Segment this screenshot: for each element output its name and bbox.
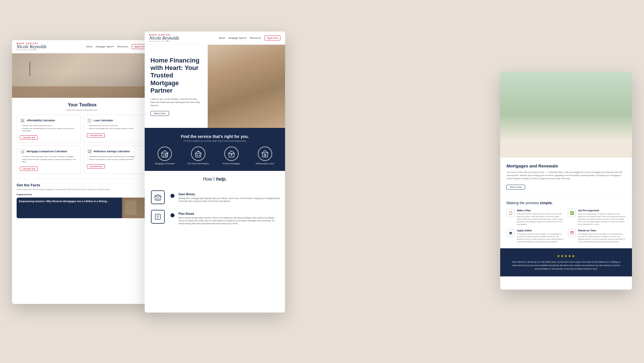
loan-calculator-card: 📋 Loan Calculator Determine how much you… (84, 115, 148, 143)
featured-post: Empowering Seniors: Why Reverse Mortgage… (17, 198, 148, 218)
calc-btn-4[interactable]: Calculate Now (87, 164, 105, 169)
desk-surface-decoration (12, 86, 152, 98)
service-first-time-label: First Time Home Buyers (187, 163, 209, 165)
process-renew-time: ⏰ Renew on Time A mortgage renewal can b… (568, 229, 626, 243)
center-hero-text: Home Financing with Heart: Your Trusted … (145, 45, 208, 128)
center-book-chat-button[interactable]: Book a Chat (150, 111, 169, 116)
logo-sub: MORTGAGE BROKER (17, 49, 38, 51)
calc-header-4: 🔄 Refinance Savings Calculator (87, 149, 145, 154)
timeline-item-save: Save Money Working with a mortgage agent… (149, 188, 280, 207)
right-card: Mortgages and Renewals Your home is more… (500, 72, 632, 290)
mortgages-text: Your home is more than just a place to l… (506, 171, 626, 180)
calc-bullet-4-2: Explore opportunities to save money on i… (87, 159, 145, 161)
calc-icon-2: 📋 (87, 118, 92, 123)
process-icon-renew: ⏰ (568, 229, 576, 237)
center-logo-script: Nicole Reynolds (149, 36, 179, 40)
testimonial-section: ★★★★★ "Was referred to Nicole by our rea… (500, 248, 632, 276)
center-nav-mortgage-types[interactable]: Mortgage Types (228, 37, 246, 39)
timeline-icon-wrap-1 (149, 190, 166, 204)
timeline-text-title-1: Save Money (178, 193, 280, 196)
svg-point-5 (197, 155, 198, 156)
calc-bullet-1-2: Estimate your principal balance and trac… (20, 128, 78, 132)
service-mortgages-label: Mortgages & Renewal (155, 163, 175, 165)
process-title-strong: simple. (540, 201, 553, 205)
calc-title-1: Affordability Calculator (27, 119, 55, 122)
center-nav-resources[interactable]: Resources (250, 37, 261, 39)
toolbox-section: Your Toolbox Start with these essential … (12, 98, 152, 179)
timeline-dot-2 (170, 213, 174, 217)
toolbox-subtitle: Start with these essential tools. (17, 109, 148, 111)
timeline-icon-1 (151, 190, 165, 204)
service-mortgages[interactable]: Mortgages & Renewal (149, 147, 180, 165)
calc-bullet-4-1: Calculate the potential savings of refin… (87, 156, 145, 158)
process-apply-online: 💻 Apply Online A mortgage renewal can be… (506, 229, 564, 243)
center-nav-about[interactable]: About (219, 37, 225, 39)
featured-post-title: Empowering Seniors: Why Reverse Mortgage… (19, 200, 120, 203)
calc-btn-3[interactable]: Calculate Now (20, 167, 38, 171)
affordability-calculator-card: 🏠 Affordability Calculator Estimate your… (17, 115, 81, 143)
left-navbar: ROCK CAPITAL Nicole Reynolds MORTGAGE BR… (12, 40, 152, 53)
center-hero: Home Financing with Heart: Your Trusted … (145, 45, 285, 128)
calc-bullet-3-2: Easily choose the best mortgage option b… (20, 159, 78, 163)
timeline-content-1: Save Money Working with a mortgage agent… (178, 190, 280, 203)
process-title-plan: Make a Plan (517, 209, 564, 212)
timeline-content-2: Plan Ahead Book a consult and get ready … (178, 210, 280, 225)
couple-bg-decoration (208, 45, 285, 128)
service-reverse-label: Reverse Mortgages (223, 163, 240, 165)
service-first-time[interactable]: First Time Home Buyers (183, 147, 214, 165)
process-text-plan: Make a Plan Your dream home is right aro… (517, 209, 564, 226)
right-hero-image (500, 72, 632, 158)
service-refinancing[interactable]: Refinancing & Loans (250, 147, 281, 165)
process-title-renew: Renew on Time (578, 229, 626, 232)
process-icon-plan: 📋 (506, 209, 515, 217)
timeline: Save Money Working with a mortgage agent… (149, 188, 280, 228)
calculator-grid: 🏠 Affordability Calculator Estimate your… (17, 115, 148, 174)
process-make-plan: 📋 Make a Plan Your dream home is right a… (506, 209, 564, 226)
how-help-section: How I help. (145, 171, 285, 233)
nav-links: About Mortgage Types Resources Apply Now (86, 44, 148, 49)
testimonial-stars: ★★★★★ (506, 254, 626, 258)
services-grid: Mortgages & Renewal First Time Home Buye… (149, 147, 280, 165)
service-reverse[interactable]: Reverse Mortgages (216, 147, 247, 165)
calc-btn-2[interactable]: Calculate Now (87, 133, 105, 138)
process-body-renew: A mortgage renewal can be as simple or a… (578, 233, 626, 243)
center-hero-image (208, 45, 285, 128)
right-book-chat-button[interactable]: Book a Chat (506, 185, 525, 190)
process-pre-approved: ✅ Get Pre-Approved Know your buying powe… (568, 209, 626, 226)
process-text-apply: Apply Online A mortgage renewal can be a… (517, 229, 564, 243)
facts-title: Get the Facts (17, 183, 148, 187)
mortgage-comparison-card: 📊 Mortgage Comparison Calculator Compare… (17, 146, 81, 174)
calc-bullets-1: Estimate your interest payment amount Es… (20, 125, 78, 132)
nav-mortgage-types[interactable]: Mortgage Types (96, 45, 114, 48)
calc-btn-1[interactable]: Calculate Now (20, 135, 38, 140)
svg-rect-15 (155, 214, 160, 219)
left-logo: ROCK CAPITAL Nicole Reynolds MORTGAGE BR… (17, 42, 46, 51)
svg-point-8 (231, 154, 232, 155)
calc-header-2: 📋 Loan Calculator (87, 118, 145, 123)
center-hero-title: Home Financing with Heart: Your Trusted … (150, 57, 202, 95)
calc-bullet-2-2: Plan out your budget with your borrowing… (87, 128, 145, 130)
center-nav-apply-button[interactable]: Apply Now (264, 36, 280, 40)
svg-rect-13 (155, 196, 161, 200)
nav-resources[interactable]: Resources (117, 45, 128, 48)
services-title: Find the service that's right for you. (149, 134, 280, 139)
process-body-preapproved: Know your buying power in advance. Apply… (578, 213, 626, 226)
featured-post-image (122, 198, 148, 218)
facts-subtitle: Take a deep dive into all things mortgag… (17, 188, 148, 190)
nav-about[interactable]: About (86, 45, 92, 48)
center-logo-sub: MORTGAGE BROKER (149, 40, 170, 42)
process-title: Making the process simple. (506, 201, 626, 205)
calc-icon-1: 🏠 (20, 118, 25, 123)
featured-label: Featured Post (17, 193, 148, 196)
timeline-text-body-2: Book a consult and get ready to borrow. … (178, 216, 280, 225)
calc-title-3: Mortgage Comparison Calculator (27, 150, 67, 153)
service-first-time-icon (191, 147, 205, 161)
process-text-renew: Renew on Time A mortgage renewal can be … (578, 229, 626, 243)
process-body-plan: Your dream home is right around the corn… (517, 213, 564, 226)
center-card: ROCK CAPITAL Nicole Reynolds MORTGAGE BR… (145, 32, 285, 313)
process-section: Making the process simple. 📋 Make a Plan… (500, 195, 632, 248)
process-title-preapproved: Get Pre-Approved (578, 209, 626, 212)
calc-icon-3: 📊 (20, 149, 25, 154)
process-icon-apply: 💻 (506, 229, 515, 237)
logo-script: Nicole Reynolds (17, 44, 46, 49)
